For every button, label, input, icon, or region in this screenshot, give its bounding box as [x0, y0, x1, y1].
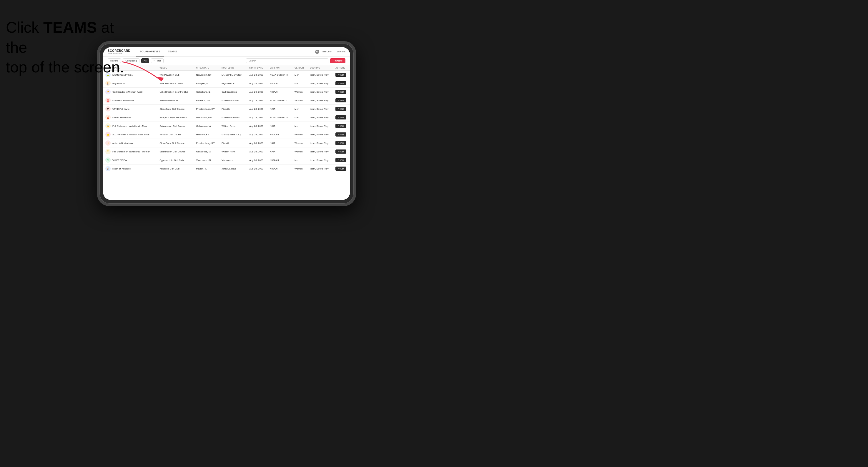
cell-city: Freeport, IL — [194, 79, 219, 88]
event-name-text: Maverick Invitational — [113, 99, 133, 102]
event-name-text: Klash at Kokopelli — [113, 167, 131, 170]
cell-hosted-by: Mt. Saint Mary (NY) — [219, 71, 247, 79]
edit-label: Edit — [340, 168, 344, 170]
edit-button[interactable]: ✏ Edit — [335, 158, 346, 162]
edit-icon: ✏ — [338, 133, 340, 136]
cell-scoring: team, Stroke Play — [308, 96, 333, 105]
cell-city: Marion, IL — [194, 164, 219, 173]
event-logo: 🏌 — [105, 166, 111, 171]
col-start-date: START DATE — [247, 65, 268, 71]
cell-actions: ✏ Edit — [333, 79, 350, 88]
table-row: ⛳ MSMC Qualifying 1 The Powelton Club Ne… — [103, 71, 350, 79]
cell-start-date: Aug 26, 2023 — [247, 88, 268, 96]
event-logo: 🦅 — [105, 106, 111, 112]
edit-button[interactable]: ✏ Edit — [335, 132, 346, 136]
toolbar: Hosting Competing All ≡ Filter + Create — [103, 57, 350, 65]
cell-city: Deerwood, MN — [194, 113, 219, 122]
table-header-row: EVENT NAME VENUE CITY, STATE HOSTED BY S… — [103, 65, 350, 71]
header-right: ⚙ Test User | Sign out — [315, 50, 345, 54]
cell-start-date: Aug 28, 2023 — [247, 156, 268, 164]
edit-button[interactable]: ✏ Edit — [335, 90, 346, 94]
cell-division: NICAA II — [268, 156, 292, 164]
event-name-text: Highland 36 — [113, 82, 125, 85]
col-actions: ACTIONS — [333, 65, 350, 71]
edit-button[interactable]: ✏ Edit — [335, 81, 346, 85]
cell-actions: ✏ Edit — [333, 139, 350, 148]
edit-button[interactable]: ✏ Edit — [335, 115, 346, 120]
tab-teams[interactable]: TEAMS — [164, 47, 181, 57]
edit-icon: ✏ — [338, 91, 340, 93]
filter-icon: ≡ — [154, 59, 155, 62]
cell-venue: StoneCrest Golf Course — [157, 139, 194, 148]
cell-venue: Hesston Golf Course — [157, 130, 194, 139]
cell-event-name: ⚡ upike fall invitational — [103, 139, 157, 148]
tab-tournaments[interactable]: TOURNAMENTS — [136, 47, 164, 57]
cell-gender: Men — [292, 156, 308, 164]
table-row: 🏟 VU PREVIEW Cypress Hills Golf Club Vin… — [103, 156, 350, 164]
edit-label: Edit — [340, 91, 344, 93]
edit-button[interactable]: ✏ Edit — [335, 73, 346, 77]
cell-start-date: Aug 25, 2023 — [247, 79, 268, 88]
cell-actions: ✏ Edit — [333, 130, 350, 139]
edit-button[interactable]: ✏ Edit — [335, 141, 346, 145]
filter-button[interactable]: ≡ Filter — [151, 58, 164, 63]
edit-icon: ✏ — [338, 82, 340, 85]
cell-gender: Men — [292, 79, 308, 88]
cell-city: Newburgh, NY — [194, 71, 219, 79]
instruction-text: Click TEAMS at thetop of the screen. — [6, 18, 129, 77]
event-name-text: UPKE Fall Invite — [113, 108, 129, 111]
cell-venue: Lake Bracken Country Club — [157, 88, 194, 96]
cell-city: Vincennes, IN — [194, 156, 219, 164]
col-venue: VENUE — [157, 65, 194, 71]
table-row: 🏌 Klash at Kokopelli Kokopelli Golf Club… — [103, 164, 350, 173]
event-name-text: Fall Statesmen Invitational - Men — [113, 125, 147, 127]
search-input[interactable] — [246, 58, 329, 63]
cell-division: NCAA Division III — [268, 113, 292, 122]
table-row: ⚡ upike fall invitational StoneCrest Gol… — [103, 139, 350, 148]
col-division: DIVISION — [268, 65, 292, 71]
cell-gender: Women — [292, 148, 308, 156]
cell-venue: StoneCrest Golf Course — [157, 105, 194, 113]
cell-actions: ✏ Edit — [333, 156, 350, 164]
cell-scoring: team, Stroke Play — [308, 164, 333, 173]
cell-venue: Edmundson Golf Course — [157, 148, 194, 156]
cell-venue: Edmundson Golf Course — [157, 122, 194, 130]
cell-city: Oskaloosa, IA — [194, 122, 219, 130]
cell-start-date: Aug 28, 2023 — [247, 96, 268, 105]
edit-label: Edit — [340, 133, 344, 136]
event-name-text: Fall Statesmen Invitational - Women — [113, 150, 150, 153]
edit-button[interactable]: ✏ Edit — [335, 124, 346, 128]
edit-button[interactable]: ✏ Edit — [335, 107, 346, 111]
cell-hosted-by: William Penn — [219, 148, 247, 156]
edit-icon: ✏ — [338, 108, 340, 110]
cell-city: Faribault, MN — [194, 96, 219, 105]
edit-button[interactable]: ✏ Edit — [335, 166, 346, 171]
table-row: 🏅 Fall Statesmen Invitational - Men Edmu… — [103, 122, 350, 130]
sign-out-link[interactable]: Sign out — [337, 50, 345, 53]
create-button[interactable]: + Create — [330, 58, 345, 63]
cell-gender: Men — [292, 71, 308, 79]
cell-event-name: 🏌 Highland 36 — [103, 79, 157, 88]
cell-event-name: 🏅 Fall Statesmen Invitational - Men — [103, 122, 157, 130]
all-tab-button[interactable]: All — [141, 58, 149, 63]
cell-city: Galesburg, IL — [194, 88, 219, 96]
table-row: 🏆 Carl Sandburg Women FA23 Lake Bracken … — [103, 88, 350, 96]
cell-hosted-by: John A Logan — [219, 164, 247, 173]
cell-start-date: Aug 28, 2023 — [247, 164, 268, 173]
cell-scoring: team, Stroke Play — [308, 139, 333, 148]
cell-actions: ✏ Edit — [333, 88, 350, 96]
edit-label: Edit — [340, 117, 344, 119]
cell-city: Oskaloosa, IA — [194, 148, 219, 156]
cell-event-name: 🎪 Morris Invitational — [103, 113, 157, 122]
cell-division: NAIA — [268, 122, 292, 130]
cell-actions: ✏ Edit — [333, 105, 350, 113]
edit-icon: ✏ — [338, 142, 340, 144]
cell-hosted-by: Pikeville — [219, 139, 247, 148]
table-container[interactable]: EVENT NAME VENUE CITY, STATE HOSTED BY S… — [103, 65, 350, 200]
cell-actions: ✏ Edit — [333, 164, 350, 173]
cell-actions: ✏ Edit — [333, 148, 350, 156]
edit-button[interactable]: ✏ Edit — [335, 150, 346, 154]
settings-icon[interactable]: ⚙ — [315, 50, 319, 54]
cell-gender: Men — [292, 122, 308, 130]
edit-button[interactable]: ✏ Edit — [335, 98, 346, 102]
